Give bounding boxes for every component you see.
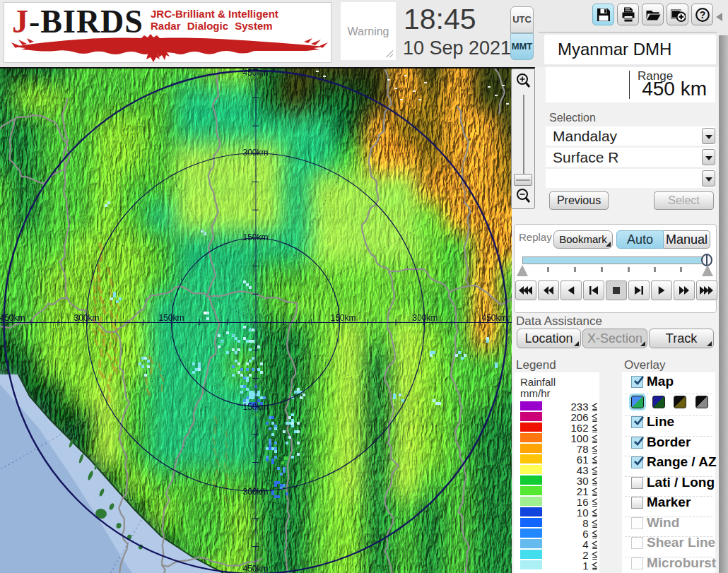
svg-text:?: ? — [700, 9, 706, 20]
